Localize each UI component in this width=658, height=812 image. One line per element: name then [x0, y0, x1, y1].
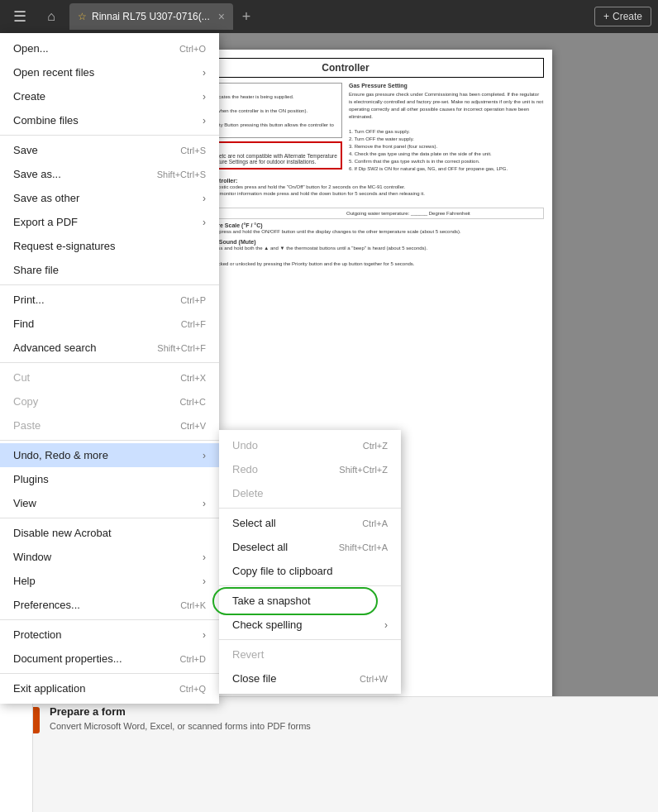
menu-item-save-as[interactable]: Save as... Shift+Ctrl+S: [0, 162, 219, 186]
prepare-form-title: Prepare a form: [50, 705, 311, 718]
submenu-label-copy-clipboard: Copy file to clipboard: [232, 565, 388, 577]
menu-item-undo-redo[interactable]: Undo, Redo & more ›: [0, 443, 219, 467]
submenu-item-undo[interactable]: Undo Ctrl+Z: [219, 433, 401, 457]
submenu-separator-2: [219, 585, 401, 586]
menu-label-disable-acrobat: Disable new Acrobat: [13, 527, 206, 539]
menu-item-save-other[interactable]: Save as other ›: [0, 186, 219, 210]
menu-item-plugins[interactable]: Plugins: [0, 467, 219, 491]
submenu-separator-3: [219, 639, 401, 640]
menu-item-exit[interactable]: Exit application Ctrl+Q: [0, 676, 219, 700]
menu-item-view[interactable]: View ›: [0, 491, 219, 515]
menu-item-esign[interactable]: Request e-signatures: [0, 234, 219, 258]
menu-item-copy[interactable]: Copy Ctrl+C: [0, 389, 219, 413]
menu-item-create[interactable]: Create ›: [0, 84, 219, 108]
submenu-label-redo: Redo: [232, 463, 331, 475]
menu-item-advanced-search[interactable]: Advanced search Shift+Ctrl+F: [0, 336, 219, 360]
submenu-undo-redo: Undo Ctrl+Z Redo Shift+Ctrl+Z Delete Sel…: [219, 430, 401, 694]
menu-label-help: Help: [13, 575, 199, 587]
tab-area: ☆ Rinnai RL75 U307-0716(... × +: [69, 3, 589, 30]
menu-item-print[interactable]: Print... Ctrl+P: [0, 288, 219, 312]
submenu-shortcut-redo: Shift+Ctrl+Z: [339, 465, 388, 475]
menu-label-protection: Protection: [13, 628, 199, 641]
menu-item-cut[interactable]: Cut Ctrl+X: [0, 365, 219, 389]
menu-item-window[interactable]: Window ›: [0, 545, 219, 569]
menu-item-help[interactable]: Help ›: [0, 569, 219, 593]
menu-item-paste[interactable]: Paste Ctrl+V: [0, 413, 219, 437]
submenu-label-deselect-all: Deselect all: [232, 541, 331, 553]
menu-item-export-pdf[interactable]: Export a PDF ›: [0, 210, 219, 234]
bottom-panel: ☰ Prepare a form Convert Microsoft Word,…: [0, 696, 658, 812]
home-icon: ⌂: [47, 9, 55, 24]
submenu-label-select-all: Select all: [232, 517, 354, 529]
submenu-item-check-spelling[interactable]: Check spelling ›: [219, 613, 401, 637]
menu-item-find[interactable]: Find Ctrl+F: [0, 312, 219, 336]
arrow-icon-help: ›: [203, 576, 206, 587]
prepare-form-text: Prepare a form Convert Microsoft Word, E…: [50, 705, 311, 733]
home-button[interactable]: ⌂: [38, 3, 64, 30]
menu-label-plugins: Plugins: [13, 473, 206, 485]
submenu-label-revert: Revert: [232, 648, 388, 661]
menu-shortcut-save: Ctrl+S: [180, 146, 206, 155]
hamburger-button[interactable]: ☰: [7, 3, 33, 30]
menu-label-advanced-search: Advanced search: [13, 342, 149, 354]
submenu-label-undo: Undo: [232, 439, 355, 451]
separator-1: [0, 135, 219, 136]
menu-shortcut-cut: Ctrl+X: [180, 373, 206, 383]
plus-small-icon: +: [603, 11, 609, 22]
submenu-label-check-spelling: Check spelling: [232, 619, 381, 631]
menu-item-combine[interactable]: Combine files ›: [0, 108, 219, 132]
menu-item-doc-props[interactable]: Document properties... Ctrl+D: [0, 647, 219, 671]
menu-label-save-as: Save as...: [13, 168, 149, 180]
separator-2: [0, 284, 219, 285]
submenu-item-close-file[interactable]: Close file Ctrl+W: [219, 666, 401, 690]
create-button[interactable]: + Create: [594, 7, 651, 26]
menu-label-esign: Request e-signatures: [13, 240, 206, 252]
menu-item-open-recent[interactable]: Open recent files ›: [0, 60, 219, 84]
menu-label-save-other: Save as other: [13, 192, 199, 204]
submenu-item-take-snapshot[interactable]: Take a snapshot: [219, 589, 401, 613]
menu-label-save: Save: [13, 144, 172, 156]
menu-label-paste: Paste: [13, 419, 172, 432]
tab-close-button[interactable]: ×: [218, 10, 225, 23]
menu-shortcut-doc-props: Ctrl+D: [180, 654, 206, 664]
arrow-icon-view: ›: [203, 498, 206, 509]
document-tab[interactable]: ☆ Rinnai RL75 U307-0716(... ×: [69, 3, 233, 30]
menu-label-undo-redo: Undo, Redo & more: [13, 449, 199, 461]
arrow-icon-check-spelling: ›: [384, 619, 388, 631]
menu-shortcut-preferences: Ctrl+K: [180, 600, 206, 610]
menu-item-open[interactable]: Open... Ctrl+O: [0, 36, 219, 60]
submenu-item-delete[interactable]: Delete: [219, 481, 401, 505]
menu-shortcut-find: Ctrl+F: [181, 319, 206, 329]
menu-item-share[interactable]: Share file: [0, 258, 219, 282]
submenu-item-revert[interactable]: Revert: [219, 642, 401, 666]
primary-menu: Open... Ctrl+O Open recent files › Creat…: [0, 33, 219, 704]
menu-label-print: Print...: [13, 294, 172, 306]
title-bar: ☰ ⌂ ☆ Rinnai RL75 U307-0716(... × + + Cr…: [0, 0, 658, 33]
submenu-label-close-file: Close file: [232, 672, 351, 685]
menu-shortcut-advanced-search: Shift+Ctrl+F: [157, 343, 206, 353]
submenu-item-redo[interactable]: Redo Shift+Ctrl+Z: [219, 457, 401, 481]
menu-label-create: Create: [13, 90, 199, 103]
menu-item-save[interactable]: Save Ctrl+S: [0, 138, 219, 162]
submenu-separator-1: [219, 508, 401, 509]
submenu-item-copy-clipboard[interactable]: Copy file to clipboard: [219, 559, 401, 583]
menu-label-open: Open...: [13, 42, 171, 55]
menu-item-disable-acrobat[interactable]: Disable new Acrobat: [0, 521, 219, 545]
menu-label-preferences: Preferences...: [13, 599, 172, 611]
plus-icon: +: [242, 8, 251, 26]
submenu-shortcut-select-all: Ctrl+A: [362, 518, 388, 528]
menu-shortcut-save-as: Shift+Ctrl+S: [157, 170, 206, 179]
menu-label-view: View: [13, 497, 199, 509]
separator-5: [0, 518, 219, 518]
menu-item-protection[interactable]: Protection ›: [0, 623, 219, 647]
new-tab-button[interactable]: +: [235, 5, 258, 28]
submenu-item-select-all[interactable]: Select all Ctrl+A: [219, 511, 401, 535]
submenu-item-deselect-all[interactable]: Deselect all Shift+Ctrl+A: [219, 535, 401, 559]
menu-shortcut-open: Ctrl+O: [179, 44, 206, 54]
tab-star-icon: ☆: [78, 11, 87, 22]
menu-label-cut: Cut: [13, 371, 172, 384]
menu-item-preferences[interactable]: Preferences... Ctrl+K: [0, 593, 219, 617]
menu-label-open-recent: Open recent files: [13, 66, 199, 79]
separator-7: [0, 673, 219, 674]
hamburger-icon: ☰: [13, 7, 26, 26]
